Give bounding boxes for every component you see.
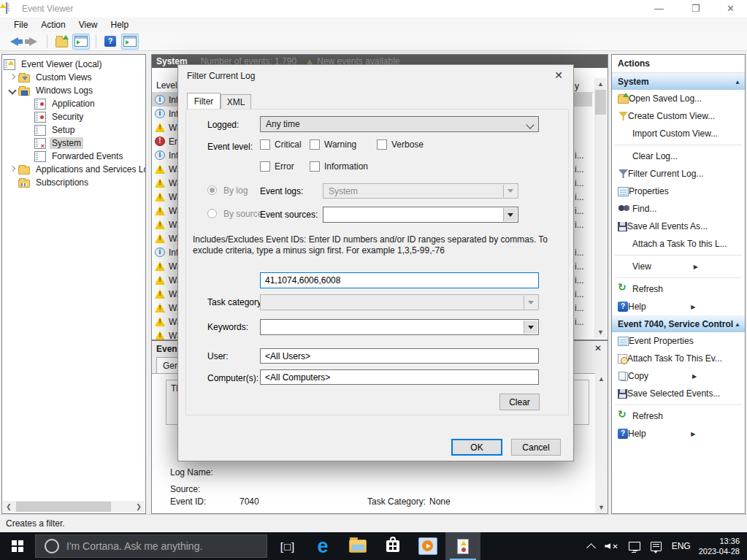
action-item[interactable]: Filter Current Log...	[612, 165, 745, 183]
tree-item[interactable]: Windows Logs	[2, 84, 145, 97]
action-item[interactable]: Save Selected Events...	[612, 385, 745, 402]
event-row-fragment[interactable]: i...	[575, 204, 592, 218]
action-item[interactable]: Refresh	[612, 280, 745, 298]
level-checkbox[interactable]: Warning	[310, 139, 377, 150]
action-item[interactable]: Copy ▶	[612, 367, 745, 385]
dropdown-arrow-icon[interactable]	[524, 321, 537, 334]
tree-item[interactable]: Setup	[2, 123, 145, 137]
show-action-pane-button[interactable]	[121, 34, 139, 50]
event-row-fragment[interactable]	[575, 231, 592, 245]
tree-item[interactable]: Subscriptions	[2, 176, 145, 189]
scroll-left-icon[interactable]: ❮	[3, 501, 15, 513]
task-view-button[interactable]: [□]	[270, 532, 305, 560]
action-item[interactable]: Import Custom View...	[612, 125, 745, 142]
store-button[interactable]	[375, 532, 410, 560]
tab-xml[interactable]: XML	[221, 94, 251, 110]
event-ids-input[interactable]	[260, 272, 539, 288]
help-button[interactable]: ?	[102, 34, 118, 49]
event-row-fragment[interactable]: i...	[575, 287, 592, 301]
action-item[interactable]: System ▲	[612, 73, 745, 90]
checkbox-box[interactable]	[260, 161, 270, 172]
cortana-search-box[interactable]: I'm Cortana. Ask me anything.	[35, 534, 267, 558]
action-item[interactable]: Attach a Task To this L...	[612, 235, 745, 253]
event-row-fragment[interactable]: i...	[575, 162, 592, 176]
close-button[interactable]: ✕	[714, 0, 747, 18]
cancel-button[interactable]: Cancel	[511, 439, 561, 456]
action-item[interactable]	[612, 275, 745, 280]
event-list-scrollbar[interactable]: ▲ ▼	[594, 78, 607, 338]
event-sources-dropdown[interactable]	[323, 207, 518, 223]
action-item[interactable]: Properties	[612, 183, 745, 200]
forward-button[interactable]	[25, 34, 41, 49]
expander-icon[interactable]	[7, 164, 18, 175]
scrollbar-thumb[interactable]	[595, 90, 606, 115]
scrollbar-thumb[interactable]	[16, 502, 111, 512]
action-item[interactable]: Open Saved Log...	[612, 90, 745, 107]
action-item[interactable]: Clear Log...	[612, 147, 745, 165]
action-item[interactable]: Attach Task To This Ev...	[612, 350, 745, 367]
event-viewer-taskbar-button[interactable]	[445, 532, 480, 560]
event-row-fragment[interactable]	[575, 329, 592, 340]
by-source-radio[interactable]	[207, 209, 217, 218]
ok-button[interactable]: OK	[451, 439, 502, 456]
open-saved-log-button[interactable]	[53, 34, 69, 49]
collapse-icon[interactable]: ▲	[735, 321, 740, 328]
event-row-fragment[interactable]: i...	[575, 218, 592, 231]
action-item[interactable]: Refresh	[612, 407, 745, 425]
expander-icon[interactable]	[7, 72, 18, 83]
event-row-fragment[interactable]	[575, 93, 592, 107]
tree-item[interactable]: Application	[2, 97, 145, 110]
event-row-fragment[interactable]: i...	[575, 148, 592, 162]
minimize-button[interactable]: —	[643, 0, 675, 18]
event-row-fragment[interactable]: i...	[575, 315, 592, 329]
edge-button[interactable]: e	[305, 532, 340, 560]
tree-item[interactable]: Applications and Services Lo	[2, 163, 145, 176]
event-row-fragment[interactable]	[575, 134, 592, 148]
tree-item[interactable]: Custom Views	[2, 71, 145, 84]
action-item[interactable]	[612, 402, 745, 407]
tree-item[interactable]: System	[2, 137, 145, 150]
event-row-fragment[interactable]: i...	[575, 259, 592, 273]
action-item[interactable]	[612, 142, 745, 147]
computer-input[interactable]	[260, 369, 539, 385]
keywords-dropdown[interactable]	[260, 319, 539, 335]
tree-item[interactable]: Event Viewer (Local)	[2, 58, 145, 71]
action-item[interactable]: Help ▶	[612, 425, 745, 442]
checkbox-box[interactable]	[260, 139, 270, 150]
dialog-close-icon[interactable]: ✕	[554, 69, 563, 81]
tab-filter[interactable]: Filter	[187, 93, 221, 109]
show-console-tree-button[interactable]	[72, 34, 90, 50]
logged-dropdown[interactable]: Any time	[260, 116, 539, 132]
menu-item[interactable]: File	[7, 18, 34, 31]
back-button[interactable]	[6, 34, 22, 49]
tree-horizontal-scrollbar[interactable]: ❮ ❯	[3, 501, 145, 513]
preview-scrollbar[interactable]: ▲ ▼	[595, 373, 608, 513]
action-item[interactable]: Find...	[612, 200, 745, 218]
event-row-fragment[interactable]: i...	[575, 273, 592, 287]
clock[interactable]: 13:36 2023-04-28	[696, 536, 747, 556]
action-item[interactable]: Event 7040, Service Control ... ▲	[612, 315, 745, 332]
event-row-fragment[interactable]: i...	[575, 301, 592, 315]
action-item[interactable]: Save All Events As...	[612, 218, 745, 235]
level-checkbox[interactable]: Critical	[260, 139, 310, 150]
event-row-fragment[interactable]	[575, 120, 592, 134]
event-row-fragment[interactable]	[575, 107, 592, 120]
level-checkbox[interactable]: Information	[310, 161, 368, 172]
action-item[interactable]	[612, 253, 745, 258]
action-item[interactable]: Create Custom View...	[612, 107, 745, 125]
menu-item[interactable]: Help	[104, 18, 136, 31]
menu-item[interactable]: View	[72, 18, 104, 31]
tree-item[interactable]: Forwarded Events	[2, 150, 145, 163]
scroll-up-icon[interactable]: ▲	[594, 78, 607, 90]
scroll-down-icon[interactable]: ▼	[595, 502, 608, 513]
scroll-up-icon[interactable]: ▲	[595, 373, 608, 385]
scroll-right-icon[interactable]: ❯	[133, 501, 145, 513]
scroll-down-icon[interactable]: ▼	[594, 326, 607, 338]
restore-button[interactable]: ❐	[679, 0, 712, 18]
file-explorer-button[interactable]	[340, 532, 375, 560]
network-button[interactable]	[624, 532, 646, 560]
by-log-radio[interactable]	[207, 185, 217, 195]
action-item[interactable]: Help ▶	[612, 298, 745, 315]
collapse-icon[interactable]: ▲	[735, 79, 740, 85]
user-input[interactable]	[260, 348, 539, 364]
